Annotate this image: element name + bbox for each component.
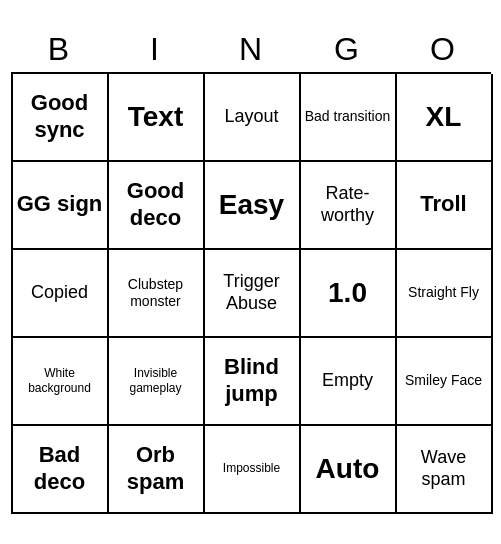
cell-text: Bad transition [305, 108, 391, 125]
bingo-grid: Good syncTextLayoutBad transitionXLGG si… [11, 72, 491, 514]
cell-r0-c0: Good sync [13, 74, 109, 162]
cell-r4-c2: Impossible [205, 426, 301, 514]
cell-text: Empty [322, 370, 373, 392]
header-letter: I [111, 31, 199, 68]
cell-text: Good deco [113, 178, 199, 231]
cell-text: Wave spam [401, 447, 487, 490]
cell-text: Orb spam [113, 442, 199, 495]
cell-text: XL [426, 100, 462, 134]
cell-r0-c1: Text [109, 74, 205, 162]
cell-r1-c1: Good deco [109, 162, 205, 250]
cell-r1-c2: Easy [205, 162, 301, 250]
cell-text: Trigger Abuse [209, 271, 295, 314]
cell-r1-c0: GG sign [13, 162, 109, 250]
cell-text: Straight Fly [408, 284, 479, 301]
cell-r1-c3: Rate-worthy [301, 162, 397, 250]
cell-text: Text [128, 100, 184, 134]
header-letter: G [303, 31, 391, 68]
cell-r4-c0: Bad deco [13, 426, 109, 514]
cell-text: GG sign [17, 191, 103, 217]
cell-r3-c3: Empty [301, 338, 397, 426]
cell-text: Troll [420, 191, 466, 217]
header-letter: B [15, 31, 103, 68]
cell-r1-c4: Troll [397, 162, 493, 250]
cell-text: Auto [316, 452, 380, 486]
cell-r0-c4: XL [397, 74, 493, 162]
cell-text: Easy [219, 188, 284, 222]
cell-r2-c4: Straight Fly [397, 250, 493, 338]
cell-r4-c1: Orb spam [109, 426, 205, 514]
bingo-card: BINGO Good syncTextLayoutBad transitionX… [11, 31, 491, 514]
cell-r4-c3: Auto [301, 426, 397, 514]
cell-text: Rate-worthy [305, 183, 391, 226]
cell-text: Copied [31, 282, 88, 304]
cell-text: Clubstep monster [113, 276, 199, 310]
cell-r0-c2: Layout [205, 74, 301, 162]
cell-r2-c3: 1.0 [301, 250, 397, 338]
cell-r3-c1: Invisible gameplay [109, 338, 205, 426]
cell-r2-c1: Clubstep monster [109, 250, 205, 338]
cell-text: Blind jump [209, 354, 295, 407]
cell-text: 1.0 [328, 276, 367, 310]
header-letter: O [399, 31, 487, 68]
cell-r3-c0: White background [13, 338, 109, 426]
bingo-header: BINGO [11, 31, 491, 68]
cell-r0-c3: Bad transition [301, 74, 397, 162]
cell-text: Impossible [223, 461, 280, 475]
cell-r4-c4: Wave spam [397, 426, 493, 514]
cell-text: Invisible gameplay [113, 366, 199, 395]
header-letter: N [207, 31, 295, 68]
cell-r3-c4: Smiley Face [397, 338, 493, 426]
cell-text: Bad deco [17, 442, 103, 495]
cell-text: Smiley Face [405, 372, 482, 389]
cell-r3-c2: Blind jump [205, 338, 301, 426]
cell-r2-c0: Copied [13, 250, 109, 338]
cell-text: Layout [224, 106, 278, 128]
cell-text: White background [17, 366, 103, 395]
cell-text: Good sync [17, 90, 103, 143]
cell-r2-c2: Trigger Abuse [205, 250, 301, 338]
